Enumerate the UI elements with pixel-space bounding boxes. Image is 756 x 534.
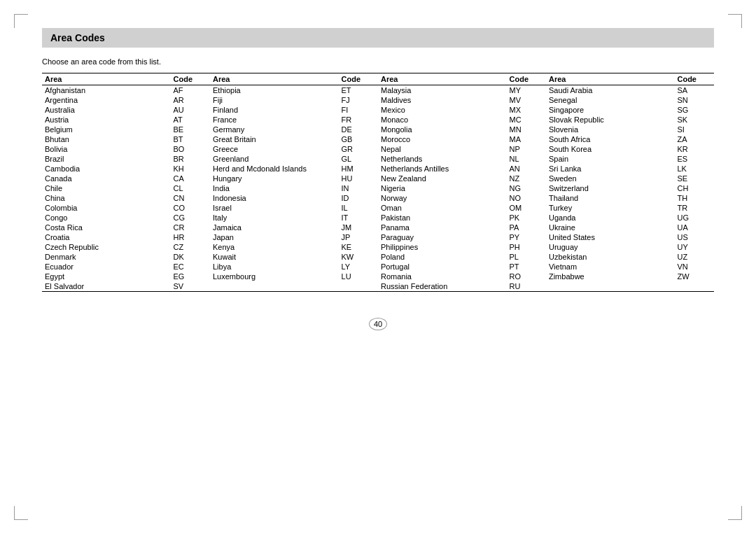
- code-col3: MN: [507, 125, 546, 134]
- code-col3: PA: [507, 223, 546, 232]
- header-area-4: Area: [546, 73, 675, 85]
- area-col1: Egypt: [42, 272, 171, 281]
- area-col1: Brazil: [42, 154, 171, 164]
- table-header-row: Area Code Area Code Area Code Area Code: [42, 73, 714, 85]
- area-col2: Kenya: [210, 242, 339, 252]
- area-col1: Argentina: [42, 95, 171, 105]
- area-codes-table: Area Code Area Code Area Code Area Code …: [42, 73, 714, 292]
- code-col4: LK: [674, 164, 714, 174]
- table-row: Belgium BE Germany DE Mongolia MN Sloven…: [42, 125, 714, 134]
- area-col4: Turkey: [546, 203, 675, 213]
- table-row: Denmark DK Kuwait KW Poland PL Uzbekista…: [42, 252, 714, 262]
- area-col1: Czech Republic: [42, 242, 171, 252]
- code-col4: ZA: [674, 134, 714, 144]
- page: Area Codes Choose an area code from this…: [0, 0, 756, 534]
- code-col4: UG: [674, 213, 714, 223]
- area-col1: Australia: [42, 105, 171, 115]
- area-col1: Ecuador: [42, 262, 171, 272]
- area-col2: Finland: [210, 105, 339, 115]
- area-col2: [210, 281, 339, 292]
- area-col1: Costa Rica: [42, 223, 171, 232]
- area-col3: Monaco: [378, 115, 507, 125]
- code-col2: ET: [339, 85, 378, 96]
- area-col2: Great Britain: [210, 134, 339, 144]
- area-col1: Afghanistan: [42, 85, 171, 96]
- code-col3: NL: [507, 154, 546, 164]
- area-col1: El Salvador: [42, 281, 171, 292]
- area-col4: Zimbabwe: [546, 272, 675, 281]
- code-col1: CG: [171, 213, 210, 223]
- area-col3: Russian Federation: [378, 281, 507, 292]
- area-col4: Thailand: [546, 193, 675, 203]
- code-col1: KH: [171, 164, 210, 174]
- corner-mark-tr: [728, 14, 742, 28]
- code-col1: EC: [171, 262, 210, 272]
- area-col3: Romania: [378, 272, 507, 281]
- area-col2: Fiji: [210, 95, 339, 105]
- area-col2: Kuwait: [210, 252, 339, 262]
- area-col3: Netherlands: [378, 154, 507, 164]
- code-col1: CR: [171, 223, 210, 232]
- area-col4: Ukraine: [546, 223, 675, 232]
- code-col4: ES: [674, 154, 714, 164]
- area-col3: Nigeria: [378, 183, 507, 193]
- area-col3: Pakistan: [378, 213, 507, 223]
- area-col3: Norway: [378, 193, 507, 203]
- area-col3: Poland: [378, 252, 507, 262]
- area-col2: Greenland: [210, 154, 339, 164]
- area-col1: Colombia: [42, 203, 171, 213]
- code-col2: LU: [339, 272, 378, 281]
- area-col3: Philippines: [378, 242, 507, 252]
- header-code-1: Code: [171, 73, 210, 85]
- area-col2: Indonesia: [210, 193, 339, 203]
- area-col1: Canada: [42, 174, 171, 183]
- area-col4: Singapore: [546, 105, 675, 115]
- area-col4: Vietnam: [546, 262, 675, 272]
- code-col2: GB: [339, 134, 378, 144]
- area-col4: South Korea: [546, 144, 675, 154]
- code-col1: BR: [171, 154, 210, 164]
- title-bar: Area Codes: [42, 28, 714, 48]
- code-col2: HU: [339, 174, 378, 183]
- area-col3: Paraguay: [378, 232, 507, 242]
- table-row: Ecuador EC Libya LY Portugal PT Vietnam …: [42, 262, 714, 272]
- code-col4: SN: [674, 95, 714, 105]
- area-col4: Senegal: [546, 95, 675, 105]
- table-row: Canada CA Hungary HU New Zealand NZ Swed…: [42, 174, 714, 183]
- code-col2: HM: [339, 164, 378, 174]
- code-col3: MC: [507, 115, 546, 125]
- code-col3: PK: [507, 213, 546, 223]
- code-col3: MX: [507, 105, 546, 115]
- header-area-2: Area: [210, 73, 339, 85]
- code-col3: RU: [507, 281, 546, 292]
- code-col4: UZ: [674, 252, 714, 262]
- code-col3: RO: [507, 272, 546, 281]
- code-col4: US: [674, 232, 714, 242]
- area-col4: Spain: [546, 154, 675, 164]
- code-col3: NO: [507, 193, 546, 203]
- code-col2: IN: [339, 183, 378, 193]
- area-col3: Malaysia: [378, 85, 507, 96]
- header-code-2: Code: [339, 73, 378, 85]
- code-col1: DK: [171, 252, 210, 262]
- area-col2: Japan: [210, 232, 339, 242]
- code-col1: HR: [171, 232, 210, 242]
- area-col4: South Africa: [546, 134, 675, 144]
- table-row: Chile CL India IN Nigeria NG Switzerland…: [42, 183, 714, 193]
- code-col3: MY: [507, 85, 546, 96]
- area-col4: Slovak Republic: [546, 115, 675, 125]
- code-col2: JM: [339, 223, 378, 232]
- code-col4: TH: [674, 193, 714, 203]
- code-col4: [674, 281, 714, 292]
- area-col3: New Zealand: [378, 174, 507, 183]
- header-area-1: Area: [42, 73, 171, 85]
- area-col1: Austria: [42, 115, 171, 125]
- table-row: China CN Indonesia ID Norway NO Thailand…: [42, 193, 714, 203]
- area-col3: Mexico: [378, 105, 507, 115]
- code-col4: VN: [674, 262, 714, 272]
- area-col1: Chile: [42, 183, 171, 193]
- code-col2: FJ: [339, 95, 378, 105]
- table-container: Area Code Area Code Area Code Area Code …: [42, 73, 714, 292]
- area-col4: Uruguay: [546, 242, 675, 252]
- subtitle: Choose an area code from this list.: [42, 57, 714, 66]
